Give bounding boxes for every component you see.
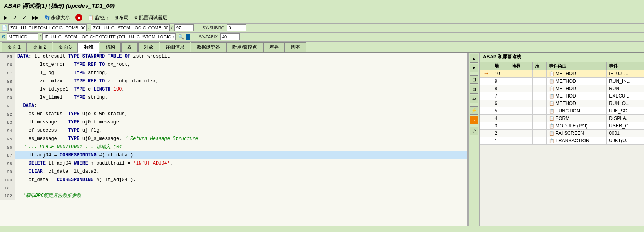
- stack-push: [532, 137, 546, 145]
- tab-desktop2[interactable]: 桌面 2: [27, 42, 52, 52]
- line-content: " ... PLACE 060719001 ... 请输入 j04: [15, 143, 124, 151]
- row-indicator: →: [470, 116, 478, 124]
- stack-row[interactable]: 6📋 METHODRUNLO...: [480, 100, 644, 107]
- tab-diff[interactable]: 差异: [263, 42, 285, 52]
- stack-arrow-cell: [480, 122, 492, 130]
- bc1-slash1: /: [88, 25, 90, 31]
- breadcrumb-row2: ⚙ / 🔍 i SY-TABIX: [0, 33, 644, 42]
- line-content: DATA:: [15, 102, 39, 110]
- scroll-down-btn[interactable]: ▼: [470, 64, 478, 72]
- tab-script[interactable]: 脚本: [285, 42, 306, 52]
- tab-desktop1[interactable]: 桌面 1: [2, 42, 27, 52]
- bc2-icon-search[interactable]: 🔍: [178, 34, 184, 40]
- stack-row[interactable]: 5📋 FUNCTIONUJK_SC...: [480, 107, 644, 115]
- stack-row[interactable]: 9📋 METHODRUN_IN...: [480, 78, 644, 85]
- stack-event-type: 📋 PAI SCREEN: [546, 130, 607, 137]
- line-content: lv_time1 TYPE string.: [15, 94, 110, 102]
- bc1-seg2[interactable]: [91, 24, 170, 31]
- step-size-button[interactable]: 👣 步骤大小: [43, 14, 71, 22]
- stack-arrow-cell: [480, 100, 492, 107]
- stack-num: 2: [492, 130, 509, 137]
- stack-row[interactable]: 8📋 METHODRUN: [480, 85, 644, 92]
- stop-button[interactable]: ■: [74, 13, 84, 22]
- stack-row[interactable]: ⇒10📋 METHODIF_UJ_...: [480, 70, 644, 78]
- tab-standard[interactable]: 标准: [78, 42, 99, 53]
- line-number: 94: [0, 127, 15, 135]
- stack-event-type: 📋 MODULE (PAI): [546, 122, 607, 130]
- icon-btn-4[interactable]: ⚡: [470, 106, 478, 115]
- stack-panel: ABAP 和屏幕堆栈 堆... 堆栈... 推. 事件类型 事件 ⇒10📋 ME…: [479, 53, 644, 226]
- tab-breakpoint[interactable]: 断点/监控点: [226, 42, 263, 52]
- line-content: CLEAR: ct_data, lt_data2.: [15, 168, 102, 176]
- stack-num2: [509, 137, 532, 145]
- line-content: lt_adj04 = CORRESPONDING #( ct_data ).: [15, 151, 138, 160]
- toolbar-btn-step2[interactable]: ↗: [11, 14, 18, 21]
- line-number: 93: [0, 118, 15, 127]
- stack-push: [532, 70, 546, 78]
- icon-btn-3[interactable]: ↩: [470, 95, 478, 103]
- line-number: 100: [0, 176, 15, 184]
- code-line-93: 93 lt_message TYPE uj0_t_message,: [0, 118, 467, 127]
- code-editor[interactable]: 85DATA: lt_otresult TYPE STANDARD TABLE …: [0, 53, 467, 200]
- line-number: 87: [0, 69, 15, 77]
- line-number: 97: [0, 151, 15, 160]
- bc2-seg1[interactable]: [7, 33, 38, 40]
- stack-event-type: 📋 METHOD: [546, 78, 607, 85]
- stack-event: DISPLA...: [607, 115, 644, 122]
- stack-row[interactable]: 2📋 PAI SCREEN0001: [480, 130, 644, 137]
- stack-row[interactable]: 1📋 TRANSACTIONUJKT(U...: [480, 137, 644, 145]
- tab-detail[interactable]: 详细信息: [160, 42, 190, 52]
- bc1-seg3[interactable]: [174, 24, 194, 31]
- stack-event: UJKT(U...: [607, 137, 644, 145]
- scroll-up-btn[interactable]: ▲: [470, 54, 478, 63]
- app-title: ABAP 调试器(1) (独占) (bpcdev_TD1_00): [4, 2, 115, 9]
- bc1-val1[interactable]: [227, 24, 246, 31]
- stack-num2: [509, 70, 532, 78]
- stack-row[interactable]: 4📋 FORMDISPLA...: [480, 115, 644, 122]
- monitor-button[interactable]: 📋 监控点: [86, 14, 110, 22]
- line-number: 92: [0, 110, 15, 118]
- stack-row[interactable]: 3📋 MODULE (PAI)USER_C...: [480, 122, 644, 130]
- toolbar-btn-step1[interactable]: ▶: [2, 14, 9, 21]
- code-line-97: 97 lt_adj04 = CORRESPONDING #( ct_data )…: [0, 151, 467, 160]
- line-content: ef_success TYPE uj_flg,: [15, 127, 104, 135]
- line-content: zcl_mlzx TYPE REF TO zcl_obg_plan_mlzx,: [15, 77, 161, 85]
- line-number: 90: [0, 94, 15, 102]
- tab-browser[interactable]: 数据浏览器: [191, 42, 226, 52]
- code-line-85: 85DATA: lt_otresult TYPE STANDARD TABLE …: [0, 53, 467, 61]
- bc1-label1: SY-SUBRC: [203, 25, 224, 30]
- tab-object[interactable]: 对象: [138, 42, 159, 52]
- layout-label: 布局: [119, 14, 128, 21]
- stack-num2: [509, 85, 532, 92]
- step-icon: 👣: [44, 15, 50, 20]
- stack-arrow-cell: [480, 78, 492, 85]
- toolbar: ▶ ↗ ↙ ▶▶ 👣 步骤大小 ■ 📋 监控点 ⊞ 布局 ⚙ 配置调试器层: [0, 12, 644, 24]
- bc2-slash1: /: [39, 34, 42, 40]
- stack-num: 5: [492, 107, 509, 115]
- bc1-seg1[interactable]: [8, 24, 87, 31]
- stack-push: [532, 85, 546, 92]
- tab-table[interactable]: 表: [121, 42, 138, 52]
- config-button[interactable]: ⚙ 配置调试器层: [132, 14, 169, 22]
- layout-button[interactable]: ⊞ 布局: [113, 14, 130, 22]
- stack-num: 10: [492, 70, 509, 78]
- icon-btn-2[interactable]: ⊠: [470, 85, 478, 94]
- toolbar-btn-step3[interactable]: ↙: [21, 14, 28, 21]
- toolbar-btn-step4[interactable]: ▶▶: [30, 14, 40, 21]
- bc2-seg2[interactable]: [42, 33, 176, 40]
- step3-icon: ↙: [22, 15, 26, 20]
- tab-structure[interactable]: 结构: [100, 42, 121, 52]
- line-content: lcx_error TYPE REF TO cx_root,: [15, 61, 133, 69]
- tab-desktop3[interactable]: 桌面 3: [53, 42, 78, 52]
- code-line-101: 101: [0, 184, 467, 192]
- stack-event: 0001: [607, 130, 644, 137]
- icon-btn-5[interactable]: ⇄: [470, 127, 478, 135]
- stack-row[interactable]: 7📋 METHODEXECU...: [480, 92, 644, 100]
- bc2-val1[interactable]: [220, 33, 240, 40]
- step1-icon: ▶: [4, 15, 7, 20]
- bc2-icon-info[interactable]: i: [186, 34, 190, 40]
- step4-icon: ▶▶: [32, 15, 39, 20]
- stack-arrow-cell: [480, 85, 492, 92]
- icon-btn-1[interactable]: ⊡: [470, 75, 478, 84]
- stop-icon: ■: [75, 14, 82, 21]
